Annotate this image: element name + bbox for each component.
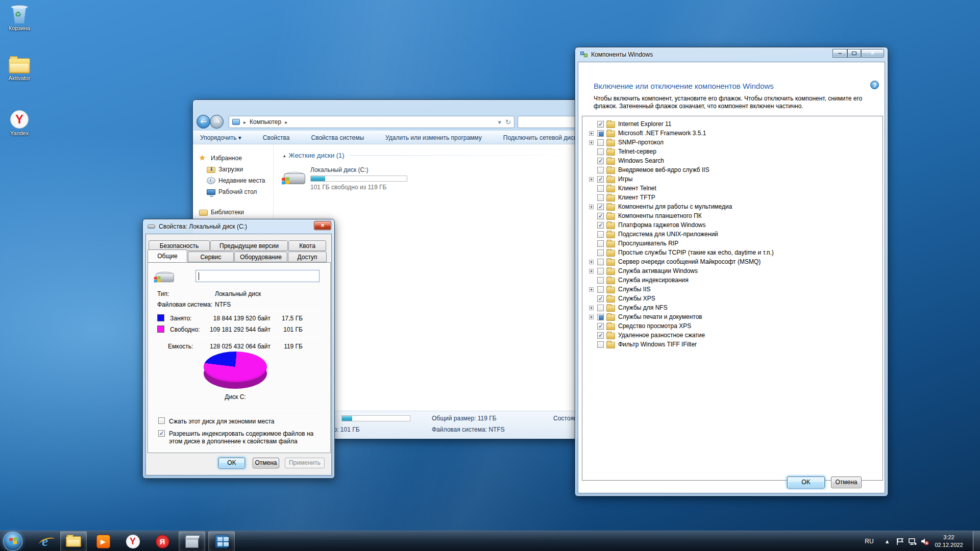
tab-Квота[interactable]: Квота <box>288 240 326 251</box>
cancel-button[interactable]: Отмена <box>831 477 862 488</box>
checkbox[interactable] <box>597 332 604 339</box>
checkbox[interactable] <box>597 323 604 330</box>
taskbar-yandex[interactable]: Y <box>119 531 146 551</box>
tree-item[interactable]: Службы XPS <box>582 294 883 303</box>
checkbox[interactable] <box>597 130 604 137</box>
tree-item[interactable]: Сервер очереди сообщений Майкрософт (MSM… <box>582 257 883 266</box>
start-button[interactable] <box>3 532 22 551</box>
checkbox[interactable] <box>597 231 604 238</box>
taskbar-installer[interactable] <box>179 531 205 551</box>
apply-button[interactable]: Применить <box>285 458 325 468</box>
checkbox[interactable] <box>597 167 604 173</box>
toolbar-button[interactable]: Свойства <box>263 134 290 141</box>
checkbox[interactable] <box>597 259 604 265</box>
sidebar-item-libraries[interactable]: Библиотеки <box>193 207 273 218</box>
sidebar-item-desktop[interactable]: Рабочий стол <box>193 186 273 197</box>
sidebar-item-recent[interactable]: Недавние места <box>193 175 273 186</box>
checkbox[interactable] <box>597 158 604 164</box>
action-center-flag-icon[interactable] <box>896 537 904 546</box>
address-bar[interactable]: ▸ Компьютер ▸ ▾↻ <box>229 116 514 128</box>
tree-item[interactable]: Службы для NFS <box>582 303 883 312</box>
expand-icon[interactable] <box>589 205 594 209</box>
drive-item-c[interactable]: Локальный диск (C:) 101 ГБ свободно из 1… <box>283 166 415 192</box>
tree-item[interactable]: Службы IIS <box>582 285 883 294</box>
tree-item[interactable]: Подсистема для UNIX-приложений <box>582 230 883 239</box>
back-button[interactable]: ← <box>197 115 210 129</box>
tab-Общие[interactable]: Общие <box>148 249 187 263</box>
tree-item[interactable]: Игры <box>582 174 883 184</box>
forward-button[interactable]: → <box>210 115 224 129</box>
checkbox[interactable] <box>597 314 604 320</box>
network-icon[interactable] <box>908 537 917 546</box>
tree-item[interactable]: Служба индексирования <box>582 276 883 285</box>
hidden-icons-chevron[interactable]: ▲ <box>882 531 892 551</box>
expand-icon[interactable] <box>589 287 594 292</box>
address-dropdown-icon[interactable]: ▾ <box>498 118 502 126</box>
show-desktop-button[interactable] <box>973 531 980 551</box>
checkbox[interactable] <box>597 139 604 146</box>
tree-item[interactable]: Прослушиватель RIP <box>582 239 883 248</box>
checkbox[interactable] <box>597 194 604 201</box>
cancel-button[interactable]: Отмена <box>253 458 279 468</box>
tree-item[interactable]: SNMP-протокол <box>582 138 883 147</box>
desktop-icon-recycle-bin[interactable]: ♻ Корзина <box>0 4 39 31</box>
compress-checkbox[interactable] <box>158 417 165 424</box>
tree-item[interactable]: Внедряемое веб-ядро служб IIS <box>582 165 883 174</box>
volume-muted-icon[interactable] <box>920 537 929 546</box>
checkbox[interactable] <box>597 305 604 311</box>
checkbox[interactable] <box>597 176 604 183</box>
language-indicator[interactable]: RU <box>862 531 877 551</box>
taskbar-explorer[interactable] <box>60 531 87 551</box>
desktop-icon-yandex[interactable]: Y Yandex <box>0 110 39 136</box>
tab-Оборудование[interactable]: Оборудование <box>234 252 287 262</box>
expand-icon[interactable] <box>589 269 594 273</box>
taskbar-yandex-browser[interactable]: Я <box>149 531 176 551</box>
toolbar-button[interactable]: Удалить или изменить программу <box>385 134 482 141</box>
volume-label-input[interactable] <box>195 270 320 282</box>
checkbox[interactable] <box>597 185 604 192</box>
checkbox[interactable] <box>597 121 604 128</box>
tree-item[interactable]: Microsoft .NET Framework 3.5.1 <box>582 129 883 138</box>
tree-item[interactable]: Служба активации Windows <box>582 266 883 276</box>
tree-item[interactable]: Клиент TFTP <box>582 193 883 202</box>
expand-icon[interactable] <box>589 260 594 264</box>
tree-item[interactable]: Компоненты для работы с мультимедиа <box>582 202 883 211</box>
group-header[interactable]: ▴ Жесткие диски (1) <box>283 152 595 159</box>
expand-icon[interactable] <box>589 177 594 182</box>
checkbox[interactable] <box>597 240 604 247</box>
tree-item[interactable]: Internet Explorer 11 <box>582 119 883 129</box>
taskbar-windows-features[interactable] <box>208 531 235 551</box>
ok-button[interactable]: OK <box>787 477 825 488</box>
tree-item[interactable]: Фильтр Windows TIFF IFilter <box>582 340 883 349</box>
checkbox[interactable] <box>597 295 604 302</box>
tree-item[interactable]: Простые службы TCPIP (такие как echo, da… <box>582 248 883 257</box>
close-button[interactable]: × <box>861 49 884 58</box>
taskbar-internet-explorer[interactable]: e <box>32 531 58 551</box>
checkbox[interactable] <box>597 204 604 210</box>
tab-Доступ[interactable]: Доступ <box>288 252 327 262</box>
index-checkbox[interactable] <box>158 430 165 437</box>
checkbox[interactable] <box>597 286 604 293</box>
checkbox[interactable] <box>597 268 604 274</box>
components-tree[interactable]: Internet Explorer 11Microsoft .NET Frame… <box>582 116 883 481</box>
tree-item[interactable]: Средство просмотра XPS <box>582 321 883 331</box>
dialog-titlebar[interactable]: Свойства: Локальный диск (C:) <box>143 219 334 234</box>
tree-item[interactable]: Компоненты планшетного ПК <box>582 211 883 220</box>
tree-item[interactable]: Службы печати и документов <box>582 312 883 321</box>
tree-item[interactable]: Удаленное разностное сжатие <box>582 331 883 340</box>
expand-icon[interactable] <box>589 306 594 310</box>
checkbox[interactable] <box>597 222 604 229</box>
tree-item[interactable]: Платформа гаджетов Windows <box>582 220 883 230</box>
ok-button[interactable]: OK <box>218 458 245 468</box>
help-icon[interactable]: ? <box>870 81 879 89</box>
collapse-icon[interactable]: ▴ <box>283 153 286 158</box>
expand-icon[interactable] <box>589 315 594 319</box>
expand-icon[interactable] <box>589 140 594 145</box>
tree-item[interactable]: Windows Search <box>582 156 883 165</box>
close-button[interactable]: × <box>314 221 331 230</box>
taskbar-media-player[interactable]: ▶ <box>90 531 116 551</box>
minimize-button[interactable]: – <box>832 49 847 58</box>
checkbox[interactable] <box>597 341 604 348</box>
checkbox[interactable] <box>597 148 604 155</box>
toolbar-button[interactable]: Подключить сетевой диск <box>503 134 576 141</box>
